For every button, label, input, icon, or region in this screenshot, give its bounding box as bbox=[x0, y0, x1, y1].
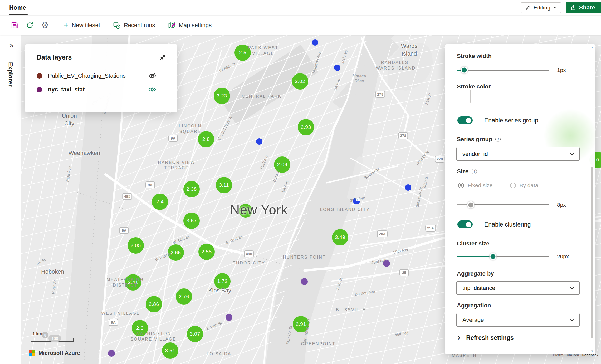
cluster-marker[interactable]: 3.49 bbox=[332, 229, 348, 245]
aggregation-dropdown[interactable]: Average bbox=[456, 313, 580, 327]
by-data-radio[interactable] bbox=[510, 183, 516, 188]
cluster-marker[interactable]: 2.5 bbox=[234, 45, 251, 61]
aggregation-value: Average bbox=[462, 317, 484, 323]
blue-point-marker[interactable] bbox=[256, 138, 262, 145]
cluster-size-slider[interactable] bbox=[457, 253, 549, 260]
clustering-toggle-label: Enable clustering bbox=[484, 221, 531, 228]
toolbar: New tileset Recent runs Map settings bbox=[0, 16, 601, 35]
layer-name: Public_EV_Charging_Stations bbox=[48, 72, 126, 79]
azure-attribution: Microsoft Azure bbox=[29, 350, 80, 356]
cluster-marker[interactable] bbox=[239, 204, 252, 218]
size-slider bbox=[457, 201, 549, 209]
active-tab-indicator bbox=[9, 14, 28, 15]
cluster-marker[interactable]: 3.11 bbox=[216, 177, 232, 193]
recent-runs-button[interactable]: Recent runs bbox=[111, 21, 157, 29]
cluster-marker[interactable]: 2.41 bbox=[125, 274, 141, 291]
scroll-down-icon[interactable] bbox=[589, 350, 595, 353]
cluster-marker[interactable]: 1.72 bbox=[214, 273, 231, 289]
cluster-marker[interactable]: 2.55 bbox=[198, 244, 215, 260]
cluster-marker[interactable]: 2.05 bbox=[128, 237, 144, 254]
collapse-panel-icon[interactable] bbox=[159, 53, 167, 61]
blue-point-marker[interactable] bbox=[312, 39, 318, 46]
blue-point-marker[interactable] bbox=[405, 184, 411, 191]
series-group-toggle[interactable] bbox=[457, 116, 473, 124]
panel-scrollbar[interactable] bbox=[589, 45, 595, 353]
tab-home[interactable]: Home bbox=[9, 0, 26, 15]
cluster-marker[interactable]: 3.67 bbox=[183, 213, 200, 229]
visibility-off-icon[interactable] bbox=[148, 73, 156, 79]
new-tileset-label: New tileset bbox=[72, 22, 100, 29]
purple-point-marker[interactable] bbox=[226, 314, 232, 321]
fixed-size-radio-label: Fixed size bbox=[468, 182, 493, 189]
chevron-down-icon bbox=[569, 317, 575, 323]
pie-point-marker[interactable] bbox=[353, 198, 360, 204]
visibility-on-icon[interactable] bbox=[148, 86, 156, 93]
layer-row-ev-stations[interactable]: Public_EV_Charging_Stations bbox=[37, 69, 167, 83]
scrollbar-thumb[interactable] bbox=[591, 167, 593, 338]
cluster-marker[interactable]: 2.09 bbox=[274, 156, 290, 173]
cluster-marker[interactable]: 2.02 bbox=[292, 73, 308, 90]
slider-track[interactable] bbox=[457, 256, 549, 257]
explorer-label: Explorer bbox=[7, 62, 14, 87]
fixed-size-radio[interactable] bbox=[458, 183, 464, 188]
scroll-up-icon[interactable] bbox=[589, 46, 595, 49]
stroke-width-label: Stroke width bbox=[457, 53, 492, 60]
cluster-marker[interactable]: 2.4 bbox=[152, 194, 168, 210]
data-layers-panel: Data layers Public_EV_Charging_Stations … bbox=[25, 44, 177, 112]
stroke-color-swatch[interactable] bbox=[457, 90, 471, 103]
save-icon bbox=[11, 21, 18, 29]
refresh-icon bbox=[26, 21, 34, 29]
save-button[interactable] bbox=[11, 21, 18, 29]
scale-label: 1 km bbox=[32, 331, 42, 337]
clustering-toggle[interactable] bbox=[457, 220, 473, 228]
series-group-toggle-row: Enable series group bbox=[457, 116, 538, 124]
cluster-marker[interactable]: 3.23 bbox=[214, 88, 230, 104]
cluster-count-badge: 139 bbox=[48, 335, 61, 342]
layer-row-nyc-taxi[interactable]: nyc_taxi_stat bbox=[37, 83, 167, 96]
size-label: Size bbox=[457, 168, 468, 175]
slider-track[interactable] bbox=[457, 70, 549, 71]
series-group-toggle-label: Enable series group bbox=[484, 117, 538, 124]
chevron-down-icon bbox=[553, 6, 557, 10]
share-button[interactable]: Share bbox=[566, 2, 601, 13]
slider-thumb[interactable] bbox=[461, 67, 468, 74]
app-window: Home Editing Share bbox=[0, 0, 601, 364]
aggregate-by-label: Aggregate by bbox=[457, 270, 494, 277]
expand-explorer-icon[interactable] bbox=[9, 41, 14, 50]
layer-name: nyc_taxi_stat bbox=[48, 86, 85, 93]
aggregate-by-dropdown[interactable]: trip_distance bbox=[456, 281, 580, 295]
refresh-settings-button[interactable]: Refresh settings bbox=[457, 334, 514, 342]
microsoft-logo-icon bbox=[29, 350, 35, 356]
purple-point-marker[interactable] bbox=[108, 350, 115, 357]
data-layers-header: Data layers bbox=[37, 53, 167, 61]
cluster-marker[interactable]: 3.07 bbox=[187, 326, 203, 342]
cluster-marker[interactable]: 2.3 bbox=[132, 320, 148, 336]
map-settings-button[interactable]: Map settings bbox=[166, 21, 213, 29]
slider-thumb[interactable] bbox=[489, 253, 496, 260]
cluster-marker[interactable]: 2.8 bbox=[198, 131, 214, 147]
new-tileset-button[interactable]: New tileset bbox=[62, 21, 102, 30]
cluster-marker[interactable]: 3.51 bbox=[162, 342, 178, 359]
purple-point-marker[interactable] bbox=[301, 278, 308, 285]
stroke-color-label: Stroke color bbox=[457, 83, 491, 90]
cluster-marker[interactable]: 2.86 bbox=[146, 296, 162, 312]
layer-color-dot bbox=[37, 87, 42, 92]
refresh-button[interactable] bbox=[26, 21, 34, 29]
cluster-marker[interactable]: 2.38 bbox=[183, 181, 200, 197]
series-group-label: Series group bbox=[457, 136, 492, 143]
cluster-marker[interactable]: 2.91 bbox=[293, 316, 309, 332]
stroke-width-slider[interactable] bbox=[457, 66, 549, 74]
settings-gear-button[interactable] bbox=[41, 21, 49, 29]
aggregate-by-value: trip_distance bbox=[462, 285, 495, 292]
series-group-value: vendor_id bbox=[462, 151, 488, 158]
info-icon[interactable] bbox=[495, 137, 501, 142]
info-icon[interactable] bbox=[472, 169, 477, 174]
editing-mode-button[interactable]: Editing bbox=[521, 2, 561, 13]
cluster-marker[interactable]: 2.65 bbox=[168, 244, 184, 261]
cluster-marker[interactable]: 2.93 bbox=[298, 119, 314, 135]
cluster-marker[interactable]: 2.76 bbox=[176, 288, 192, 305]
series-group-dropdown[interactable]: vendor_id bbox=[456, 147, 580, 161]
plus-icon bbox=[64, 21, 69, 29]
purple-point-marker[interactable] bbox=[383, 260, 390, 267]
blue-point-marker[interactable] bbox=[334, 65, 340, 71]
